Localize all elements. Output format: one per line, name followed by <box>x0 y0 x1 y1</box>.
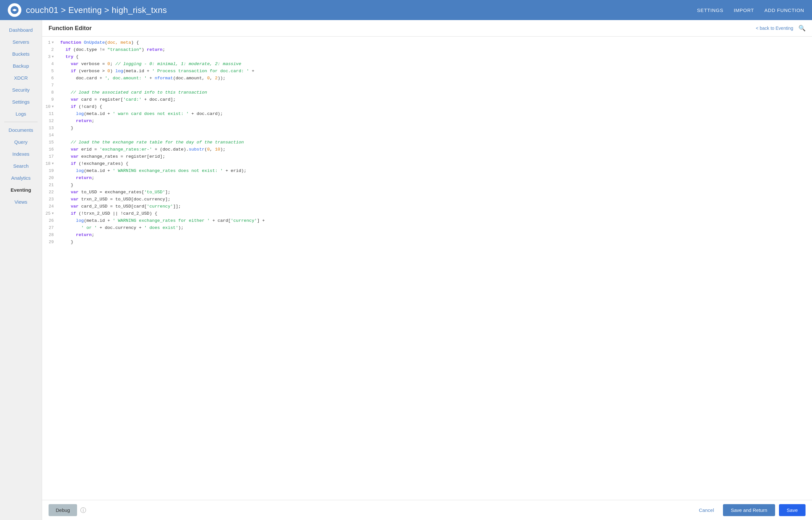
code-content-22: var to_USD = exchange_rates['to_USD']; <box>58 189 812 196</box>
editor-header: Function Editor < back to Eventing 🔍 <box>42 20 812 36</box>
code-content-6: doc.card + ', doc.amount: ' + nformat(do… <box>58 75 812 82</box>
code-line-13: 13 } <box>42 125 812 132</box>
code-content-20: return; <box>58 175 812 182</box>
sidebar-item-search[interactable]: Search <box>0 160 42 172</box>
cancel-button[interactable]: Cancel <box>694 504 719 516</box>
code-content-27: ' or ' + doc.currency + ' does exist'); <box>58 225 812 232</box>
line-num-13: 13 <box>42 125 58 132</box>
code-line-7: 7 <box>42 82 812 89</box>
sidebar-item-indexes[interactable]: Indexes <box>0 148 42 160</box>
code-line-19: 19 log(meta.id + ' WARNING exchange_rate… <box>42 167 812 175</box>
sidebar-item-dashboard[interactable]: Dashboard <box>0 24 42 36</box>
line-num-23: 23 <box>42 196 58 203</box>
code-line-16: 16 var erid = 'exchange_rates:er-' + (do… <box>42 146 812 153</box>
fold-arrow-1[interactable]: ▼ <box>52 40 54 45</box>
sidebar-item-documents[interactable]: Documents <box>0 124 42 136</box>
line-num-11: 11 <box>42 110 58 118</box>
settings-nav[interactable]: SETTINGS <box>697 7 723 13</box>
code-editor[interactable]: 1▼ function OnUpdate(doc, meta) { 2 if (… <box>42 36 812 500</box>
line-num-2: 2 <box>42 46 58 53</box>
line-num-28: 28 <box>42 232 58 239</box>
code-content-12: return; <box>58 118 812 125</box>
code-line-15: 15 // load the the exchange rate table f… <box>42 139 812 146</box>
fold-arrow-10[interactable]: ▼ <box>52 104 54 109</box>
sidebar-item-backup[interactable]: Backup <box>0 60 42 72</box>
code-content-10: if (!card) { <box>58 103 812 110</box>
line-num-10: 10▼ <box>42 103 58 110</box>
sidebar-item-security[interactable]: Security <box>0 84 42 96</box>
sidebar-item-query[interactable]: Query <box>0 136 42 148</box>
line-num-6: 6 <box>42 75 58 82</box>
sidebar-item-eventing[interactable]: Eventing <box>0 184 42 196</box>
code-line-28: 28 return; <box>42 232 812 239</box>
line-num-1: 1▼ <box>42 39 58 46</box>
code-line-23: 23 var trxn_2_USD = to_USD[doc.currency]… <box>42 196 812 203</box>
code-content-17: var exchange_rates = register[erid]; <box>58 153 812 160</box>
code-line-6: 6 doc.card + ', doc.amount: ' + nformat(… <box>42 75 812 82</box>
line-num-16: 16 <box>42 146 58 153</box>
info-icon[interactable]: ⓘ <box>80 506 86 514</box>
code-line-14: 14 <box>42 132 812 139</box>
save-and-return-button[interactable]: Save and Return <box>723 504 775 516</box>
sidebar-item-analytics[interactable]: Analytics <box>0 172 42 184</box>
code-content-28: return; <box>58 232 812 239</box>
back-to-eventing-link[interactable]: < back to Eventing <box>756 26 793 31</box>
code-content-21: } <box>58 182 812 189</box>
code-line-24: 24 var card_2_USD = to_USD[card['currenc… <box>42 203 812 210</box>
fold-arrow-3[interactable]: ▼ <box>52 54 54 59</box>
search-icon[interactable]: 🔍 <box>798 25 806 32</box>
code-line-11: 11 log(meta.id + ' warn card does not ex… <box>42 110 812 118</box>
fold-arrow-25[interactable]: ▼ <box>52 211 54 216</box>
main-content: Function Editor < back to Eventing 🔍 1▼ … <box>42 20 812 520</box>
import-nav[interactable]: IMPORT <box>734 7 754 13</box>
line-num-3: 3▼ <box>42 53 58 60</box>
fold-arrow-18[interactable]: ▼ <box>52 161 54 166</box>
svg-point-1 <box>14 9 16 11</box>
sidebar-item-xdcr[interactable]: XDCR <box>0 72 42 84</box>
code-line-9: 9 var card = register['card:' + doc.card… <box>42 96 812 103</box>
code-line-25: 25▼ if (!trxn_2_USD || !card_2_USD) { <box>42 210 812 217</box>
line-num-17: 17 <box>42 153 58 160</box>
debug-button[interactable]: Debug <box>49 504 77 516</box>
header-nav: SETTINGS IMPORT ADD FUNCTION <box>697 7 804 13</box>
code-line-22: 22 var to_USD = exchange_rates['to_USD']… <box>42 189 812 196</box>
line-num-20: 20 <box>42 175 58 182</box>
line-num-9: 9 <box>42 96 58 103</box>
code-line-27: 27 ' or ' + doc.currency + ' does exist'… <box>42 225 812 232</box>
footer: Debug ⓘ Cancel Save and Return Save <box>42 500 812 520</box>
line-num-8: 8 <box>42 89 58 96</box>
line-num-5: 5 <box>42 68 58 75</box>
code-content-23: var trxn_2_USD = to_USD[doc.currency]; <box>58 196 812 203</box>
sidebar: Dashboard Servers Buckets Backup XDCR Se… <box>0 20 42 520</box>
line-num-4: 4 <box>42 60 58 68</box>
line-num-18: 18▼ <box>42 160 58 167</box>
code-line-21: 21 } <box>42 182 812 189</box>
header-left: couch01 > Eventing > high_risk_txns <box>8 3 167 17</box>
sidebar-item-settings[interactable]: Settings <box>0 96 42 108</box>
code-line-26: 26 log(meta.id + ' WARNING exchange_rate… <box>42 217 812 225</box>
code-line-2: 2 if (doc.type != "transaction") return; <box>42 46 812 53</box>
header: couch01 > Eventing > high_risk_txns SETT… <box>0 0 812 20</box>
code-content-26: log(meta.id + ' WARNING exchange_rates f… <box>58 217 812 225</box>
code-content-18: if (!exchange_rates) { <box>58 160 812 167</box>
main-layout: Dashboard Servers Buckets Backup XDCR Se… <box>0 20 812 520</box>
app-logo <box>8 3 21 17</box>
code-line-20: 20 return; <box>42 175 812 182</box>
code-content-24: var card_2_USD = to_USD[card['currency']… <box>58 203 812 210</box>
code-line-4: 4 var verbose = 0; // logging - 0: minim… <box>42 60 812 68</box>
line-num-21: 21 <box>42 182 58 189</box>
editor-header-right: < back to Eventing 🔍 <box>756 25 806 32</box>
sidebar-item-views[interactable]: Views <box>0 196 42 208</box>
code-line-10: 10▼ if (!card) { <box>42 103 812 110</box>
sidebar-item-logs[interactable]: Logs <box>0 108 42 120</box>
add-function-nav[interactable]: ADD FUNCTION <box>764 7 804 13</box>
code-content-25: if (!trxn_2_USD || !card_2_USD) { <box>58 210 812 217</box>
line-num-24: 24 <box>42 203 58 210</box>
sidebar-item-buckets[interactable]: Buckets <box>0 48 42 60</box>
code-content-16: var erid = 'exchange_rates:er-' + (doc.d… <box>58 146 812 153</box>
sidebar-item-servers[interactable]: Servers <box>0 36 42 48</box>
save-button[interactable]: Save <box>779 504 806 516</box>
sidebar-divider <box>4 122 37 122</box>
line-num-19: 19 <box>42 167 58 175</box>
code-content-5: if (verbose > 0) log(meta.id + ' Process… <box>58 68 812 75</box>
